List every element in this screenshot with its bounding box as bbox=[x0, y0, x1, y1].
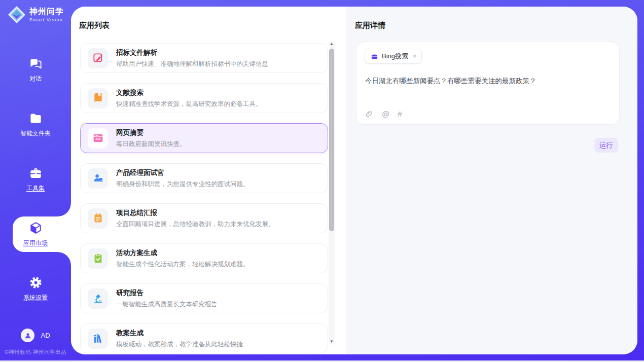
sidebar-item-label: 对话 bbox=[29, 75, 42, 83]
app-card-title: 研究报告 bbox=[116, 288, 218, 298]
app-list-panel: 应用列表 招标文件解析 帮助用户快速、准确地理解和解析招标书中的关键信息 bbox=[71, 7, 346, 354]
hash-icon[interactable]: # bbox=[398, 110, 402, 118]
app-card-desc: 智能生成个性化活动方案，轻松解决规划难题。 bbox=[116, 260, 249, 269]
app-card-desc: 帮助用户快速、准确地理解和解析招标书中的关键信息 bbox=[116, 60, 268, 68]
app-card-icon bbox=[88, 248, 108, 269]
app-card-project-report[interactable]: 项目总结汇报 全面回顾项目进展，总结经验教训，助力未来优化发展。 bbox=[80, 203, 328, 233]
app-card-title: 项目总结汇报 bbox=[116, 208, 275, 218]
sidebar-item-app-market[interactable]: 应用市场 bbox=[0, 207, 71, 262]
scroll-up-icon[interactable]: ▲ bbox=[329, 42, 335, 46]
user-avatar-icon bbox=[24, 332, 32, 340]
app-card-event-plan[interactable]: 活动方案生成 智能生成个性化活动方案，轻松解决规划难题。 bbox=[80, 243, 328, 273]
sidebar-item-label: 应用市场 bbox=[23, 239, 48, 247]
at-icon[interactable]: @ bbox=[382, 110, 389, 118]
app-window: 神州问学 Smart Vision 对话 bbox=[0, 0, 644, 362]
sidebar: 神州问学 Smart Vision 对话 bbox=[0, 0, 71, 362]
app-card-icon bbox=[88, 208, 108, 229]
sidebar-item-label: 工具集 bbox=[26, 184, 45, 193]
app-card-list: 招标文件解析 帮助用户快速、准确地理解和解析招标书中的关键信息 文献搜索 快速精… bbox=[80, 43, 328, 353]
scroll-down-icon[interactable]: ▼ bbox=[329, 339, 335, 344]
app-detail-panel: 应用详情 Bing搜索 × 今日湖北有哪些新闻要点？有哪些需要关注的最新政策？ … bbox=[346, 7, 637, 354]
app-card-desc: 快速精准查找学术资源，提高研究效率的必备工具。 bbox=[116, 100, 262, 108]
copyright-text: ©神州数码·神州问学出品 bbox=[0, 349, 71, 356]
app-card-desc: 全面回顾项目进展，总结经验教训，助力未来优化发展。 bbox=[116, 220, 275, 229]
app-card-desc: 模板驱动，教案秒成，教学准备从此轻松快捷 bbox=[116, 340, 243, 349]
app-card-bid-parse[interactable]: 招标文件解析 帮助用户快速、准确地理解和解析招标书中的关键信息 bbox=[80, 43, 328, 73]
app-card-desc: 一键智能生成高质量长文本研究报告 bbox=[116, 300, 218, 309]
prompt-editor[interactable]: Bing搜索 × 今日湖北有哪些新闻要点？有哪些需要关注的最新政策？ @ # bbox=[356, 42, 620, 125]
app-card-research[interactable]: 研究报告 一键智能生成高质量长文本研究报告 bbox=[80, 283, 328, 313]
sidebar-item-smart-folder[interactable]: 智能文件夹 bbox=[0, 97, 71, 152]
app-card-icon bbox=[88, 128, 108, 149]
sidebar-item-settings[interactable]: 系统设置 bbox=[0, 262, 71, 316]
app-card-lesson-plan[interactable]: 教案生成 模板驱动，教案秒成，教学准备从此轻松快捷 bbox=[80, 323, 328, 353]
sidebar-item-toolset[interactable]: 工具集 bbox=[0, 152, 71, 207]
run-button[interactable]: 运行 bbox=[594, 138, 618, 153]
app-card-title: 教案生成 bbox=[116, 329, 243, 338]
app-card-pm-interviewer[interactable]: 产品经理面试官 明确身份和职责，为您提供专业性的面试问题。 bbox=[80, 163, 328, 193]
app-card-literature[interactable]: 文献搜索 快速精准查找学术资源，提高研究效率的必备工具。 bbox=[80, 83, 328, 113]
brand-name: 神州问学 bbox=[29, 8, 64, 16]
sidebar-item-icon bbox=[29, 112, 43, 125]
sidebar-item-chat[interactable]: 对话 bbox=[0, 43, 71, 97]
prompt-toolbar: @ # bbox=[365, 110, 402, 118]
main-content: 应用列表 招标文件解析 帮助用户快速、准确地理解和解析招标书中的关键信息 bbox=[71, 7, 637, 354]
sidebar-item-icon bbox=[29, 166, 43, 180]
tool-chip-bing-search[interactable]: Bing搜索 × bbox=[365, 49, 422, 64]
app-card-icon bbox=[88, 88, 108, 108]
user-name: AD bbox=[41, 332, 50, 339]
app-card-title: 网页摘要 bbox=[116, 128, 186, 137]
tool-chip-label: Bing搜索 bbox=[382, 52, 408, 61]
app-detail-title: 应用详情 bbox=[355, 21, 385, 30]
prompt-text: 今日湖北有哪些新闻要点？有哪些需要关注的最新政策？ bbox=[365, 77, 609, 86]
app-card-title: 活动方案生成 bbox=[116, 248, 249, 258]
list-scrollbar[interactable]: ▲ ▼ bbox=[329, 41, 335, 345]
sidebar-item-icon bbox=[29, 57, 43, 70]
bubble-connector-top bbox=[58, 203, 71, 216]
sidebar-nav: 对话 智能文件夹 工具集 bbox=[0, 43, 71, 316]
app-card-icon bbox=[88, 329, 108, 349]
app-card-title: 产品经理面试官 bbox=[116, 168, 249, 177]
app-card-icon bbox=[88, 48, 108, 68]
app-card-desc: 每日政府新闻资讯快查。 bbox=[116, 140, 186, 149]
app-card-desc: 明确身份和职责，为您提供专业性的面试问题。 bbox=[116, 180, 249, 189]
brand-logo: 神州问学 Smart Vision bbox=[7, 5, 64, 24]
sidebar-item-icon bbox=[29, 221, 43, 235]
gem-logo-icon bbox=[7, 5, 26, 24]
briefcase-icon bbox=[371, 53, 378, 60]
app-card-title: 招标文件解析 bbox=[116, 48, 268, 57]
brand-subtitle: Smart Vision bbox=[29, 18, 64, 22]
close-icon[interactable]: × bbox=[413, 53, 416, 60]
sidebar-item-icon bbox=[29, 276, 43, 289]
app-list-title: 应用列表 bbox=[79, 21, 110, 30]
avatar bbox=[21, 329, 34, 342]
sidebar-item-label: 系统设置 bbox=[23, 294, 48, 302]
user-account[interactable]: AD bbox=[0, 329, 71, 342]
scrollbar-thumb[interactable] bbox=[329, 49, 334, 231]
sidebar-item-label: 智能文件夹 bbox=[20, 129, 51, 138]
app-card-web-summary[interactable]: 网页摘要 每日政府新闻资讯快查。 bbox=[80, 123, 328, 153]
app-card-icon bbox=[88, 288, 108, 309]
paperclip-icon[interactable] bbox=[365, 110, 374, 118]
app-card-title: 文献搜索 bbox=[116, 88, 262, 97]
app-card-icon bbox=[88, 168, 108, 189]
